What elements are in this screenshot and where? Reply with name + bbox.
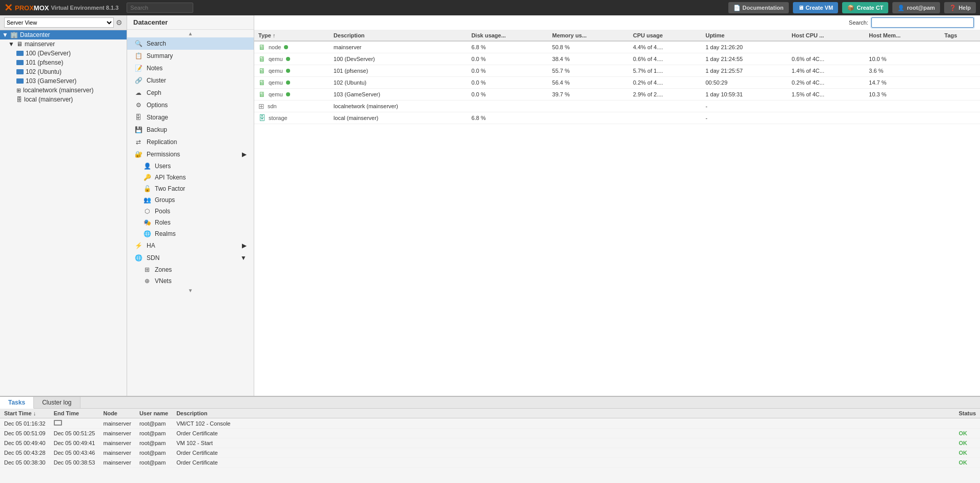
cell-task-status — [954, 418, 980, 429]
vm-103-icon — [16, 78, 24, 84]
nav-groups[interactable]: 👥 Groups — [127, 194, 254, 206]
server-view-select[interactable]: Server View — [4, 17, 114, 28]
nav-two-factor[interactable]: 🔓 Two Factor — [127, 183, 254, 194]
documentation-button[interactable]: 📄 Documentation — [728, 2, 789, 13]
col-uptime[interactable]: Uptime — [701, 30, 787, 41]
col-tags[interactable]: Tags — [941, 30, 980, 41]
tree-vm-100[interactable]: 100 (DevServer) — [0, 49, 127, 58]
scroll-down-button[interactable]: ▼ — [127, 287, 254, 294]
tree-mainserver[interactable]: ▼ 🖥 mainserver — [0, 39, 127, 49]
nav-realms[interactable]: 🌐 Realms — [127, 228, 254, 239]
cell-description: 100 (DevServer) — [330, 53, 467, 65]
nav-storage[interactable]: 🗄 Storage — [127, 111, 254, 124]
nav-backup[interactable]: 💾 Backup — [127, 124, 254, 136]
nav-pools-label: Pools — [155, 208, 170, 215]
table-row[interactable]: 🖥 qemu 100 (DevServer) 0.0 % 38.4 % 0.6%… — [254, 53, 980, 65]
mainserver-expand-icon: ▼ — [8, 41, 14, 48]
table-row[interactable]: ⊞ sdn localnetwork (mainserver) - — [254, 100, 980, 112]
col-node[interactable]: Node — [99, 409, 135, 418]
nav-pools[interactable]: ⬡ Pools — [127, 206, 254, 217]
nav-api-tokens[interactable]: 🔑 API Tokens — [127, 172, 254, 183]
nav-roles[interactable]: 🎭 Roles — [127, 217, 254, 228]
vm-103-label: 103 (GameServer) — [26, 77, 76, 85]
col-disk[interactable]: Disk usage... — [467, 30, 548, 41]
cell-node: mainserver — [99, 429, 135, 438]
nav-replication-label: Replication — [147, 138, 177, 146]
col-host-mem[interactable]: Host Mem... — [865, 30, 940, 41]
datacenter-expand-icon: ▼ — [2, 31, 8, 38]
nav-ha[interactable]: ⚡ HA ▶ — [127, 239, 254, 252]
nav-notes[interactable]: 📝 Notes — [127, 62, 254, 74]
cell-description: mainserver — [330, 41, 467, 53]
col-task-desc[interactable]: Description — [172, 409, 954, 418]
row-type-label: sdn — [268, 103, 277, 109]
table-row[interactable]: 🗄 storage local (mainserver) 6.8 % - — [254, 112, 980, 124]
status-dot — [286, 69, 290, 73]
col-memory[interactable]: Memory us... — [548, 30, 629, 41]
row-type-label: qemu — [269, 68, 283, 74]
create-vm-button[interactable]: 🖥 Create VM — [793, 2, 839, 13]
cell-user: root@pam — [135, 458, 172, 468]
server-view-gear-icon[interactable]: ⚙ — [116, 18, 122, 27]
task-row[interactable]: Dec 05 00:43:28 Dec 05 00:43:46 mainserv… — [0, 448, 980, 458]
cell-host-mem: 10.0 % — [865, 53, 940, 65]
cell-type: 🖥 node — [254, 41, 330, 53]
cell-tags — [941, 112, 980, 124]
cell-uptime: - — [701, 112, 787, 124]
tree-vm-103[interactable]: 103 (GameServer) — [0, 76, 127, 86]
nav-summary[interactable]: 📋 Summary — [127, 50, 254, 62]
nav-options[interactable]: ⚙ Options — [127, 99, 254, 111]
storage-icon: 🗄 — [16, 96, 22, 103]
search-input[interactable] — [871, 17, 974, 28]
task-row[interactable]: Dec 05 01:16:32 mainserver root@pam VM/C… — [0, 418, 980, 429]
user-button[interactable]: 👤 root@pam — [892, 2, 940, 13]
tree-vm-101[interactable]: 101 (pfsense) — [0, 58, 127, 67]
table-row[interactable]: 🖥 node mainserver 6.8 % 50.8 % 4.4% of 4… — [254, 41, 980, 53]
scroll-up-button[interactable]: ▲ — [127, 30, 254, 37]
nav-ceph[interactable]: ☁ Ceph — [127, 87, 254, 99]
tab-tasks[interactable]: Tasks — [0, 397, 34, 409]
row-type-icon: 🖥 — [258, 78, 266, 87]
nav-vnets[interactable]: ⊕ VNets — [127, 275, 254, 287]
nav-replication[interactable]: ⇄ Replication — [127, 136, 254, 148]
col-end-time[interactable]: End Time — [50, 409, 99, 418]
task-row[interactable]: Dec 05 00:38:30 Dec 05 00:38:53 mainserv… — [0, 458, 980, 468]
nav-users[interactable]: 👤 Users — [127, 160, 254, 172]
cell-tags — [941, 100, 980, 112]
col-type[interactable]: Type ↑ — [254, 30, 330, 41]
nav-realms-label: Realms — [155, 230, 176, 237]
nav-search[interactable]: 🔍 Search — [127, 37, 254, 50]
cell-uptime: 1 day 21:26:20 — [701, 41, 787, 53]
col-start-time[interactable]: Start Time ↓ — [0, 409, 50, 418]
cell-description: 103 (GameServer) — [330, 89, 467, 100]
create-ct-button[interactable]: 📦 Create CT — [842, 2, 888, 13]
task-row[interactable]: Dec 05 00:51:09 Dec 05 00:51:25 mainserv… — [0, 429, 980, 438]
cluster-icon: 🔗 — [134, 77, 142, 84]
nav-zones-label: Zones — [155, 266, 172, 273]
nav-cluster[interactable]: 🔗 Cluster — [127, 74, 254, 87]
top-search-input[interactable] — [127, 3, 193, 13]
table-row[interactable]: 🖥 qemu 102 (Ubuntu) 0.0 % 56.4 % 0.2% of… — [254, 77, 980, 89]
nav-ha-label: HA — [147, 242, 155, 249]
col-description[interactable]: Description — [330, 30, 467, 41]
tree-storage-local[interactable]: 🗄 local (mainserver) — [0, 95, 127, 104]
nav-zones[interactable]: ⊞ Zones — [127, 264, 254, 275]
col-user[interactable]: User name — [135, 409, 172, 418]
col-host-cpu[interactable]: Host CPU ... — [788, 30, 865, 41]
tree-datacenter[interactable]: ▼ 🏢 Datacenter — [0, 30, 127, 39]
table-row[interactable]: 🖥 qemu 101 (pfsense) 0.0 % 55.7 % 5.7% o… — [254, 65, 980, 77]
col-status[interactable]: Status — [954, 409, 980, 418]
nav-two-factor-label: Two Factor — [155, 185, 185, 192]
col-cpu[interactable]: CPU usage — [629, 30, 701, 41]
replication-icon: ⇄ — [134, 138, 142, 146]
nav-permissions[interactable]: 🔐 Permissions ▶ — [127, 148, 254, 160]
task-row[interactable]: Dec 05 00:49:40 Dec 05 00:49:41 mainserv… — [0, 438, 980, 448]
tree-vm-102[interactable]: 102 (Ubuntu) — [0, 67, 127, 76]
nav-users-label: Users — [155, 163, 171, 170]
nav-sdn[interactable]: 🌐 SDN ▼ — [127, 252, 254, 264]
tab-cluster-log[interactable]: Cluster log — [34, 397, 80, 408]
cell-host-mem — [865, 112, 940, 124]
help-button[interactable]: ❓ Help — [944, 2, 976, 13]
tree-sdn-localnetwork[interactable]: ⊞ localnetwork (mainserver) — [0, 86, 127, 95]
table-row[interactable]: 🖥 qemu 103 (GameServer) 0.0 % 39.7 % 2.9… — [254, 89, 980, 100]
